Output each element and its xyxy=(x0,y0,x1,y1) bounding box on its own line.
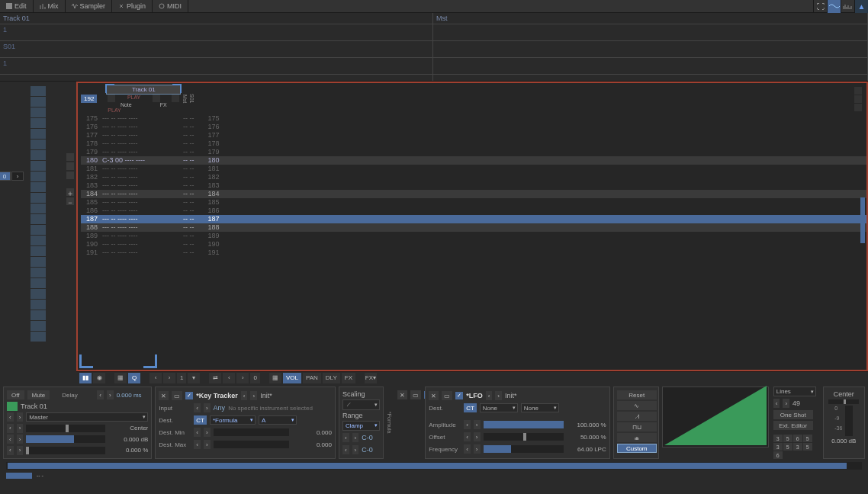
kt-preset[interactable]: Init* xyxy=(260,392,272,399)
lfo-min-icon[interactable]: ▭ xyxy=(442,391,452,400)
kt-dmin-prev[interactable]: ‹ xyxy=(194,428,201,437)
lfo-off-next[interactable]: › xyxy=(474,432,481,441)
lfo-preset[interactable]: Init* xyxy=(505,392,517,399)
width-slider[interactable] xyxy=(26,447,105,454)
plugin-tab[interactable]: Plugin xyxy=(112,0,153,13)
pan-slider[interactable] xyxy=(26,425,105,432)
val-value[interactable]: 0 xyxy=(250,373,259,383)
reset-button[interactable]: Reset xyxy=(617,390,657,399)
play-mode-icon[interactable]: ▮▮ xyxy=(79,373,92,383)
piano-key[interactable] xyxy=(31,204,46,213)
piano-key[interactable] xyxy=(31,268,46,277)
piano-key[interactable] xyxy=(31,321,46,331)
meter-pan-slider[interactable] xyxy=(828,399,859,404)
range-hi-next[interactable]: › xyxy=(352,445,359,454)
track-header-main[interactable]: Track 01 xyxy=(0,13,432,24)
pattern-editor[interactable]: 192 Track 01 PLAY NoteFX PLAY Mst S01 17… xyxy=(76,82,868,371)
keys-ctrl-2[interactable] xyxy=(66,162,74,170)
piano-key[interactable] xyxy=(31,289,46,299)
piano-key[interactable] xyxy=(31,150,46,160)
piano-key[interactable] xyxy=(31,257,46,267)
pattern-row[interactable]: 186--- -- ---- ------ --186 xyxy=(81,207,866,215)
step-next-icon[interactable]: › xyxy=(163,373,175,383)
lfo-preset-next[interactable]: › xyxy=(495,391,502,400)
range-lo[interactable]: C-0 xyxy=(362,434,373,441)
pattern-row[interactable]: 177--- -- ---- ------ --177 xyxy=(81,131,866,140)
piano-key[interactable] xyxy=(31,236,46,245)
kt-ct-btn[interactable]: CT xyxy=(194,415,207,425)
pattern-row[interactable]: 178--- -- ---- ------ --178 xyxy=(81,140,866,148)
kt-dmin-next[interactable]: › xyxy=(204,428,211,437)
width-prev[interactable]: ‹ xyxy=(7,446,14,455)
wave-saw-icon[interactable]: ⩘ xyxy=(617,412,657,421)
formula-close-icon[interactable]: ✕ xyxy=(397,390,407,399)
fx-menu-icon[interactable]: FX▾ xyxy=(365,373,377,383)
piano-key[interactable] xyxy=(31,86,46,96)
lfo-grid-btn[interactable]: 5 xyxy=(783,435,792,442)
custom-button[interactable]: Custom xyxy=(617,444,657,453)
keys-remove-icon[interactable]: － xyxy=(66,197,74,205)
pattern-row[interactable]: 176--- -- ---- ------ --176 xyxy=(81,123,866,131)
pattern-opt-1[interactable] xyxy=(854,87,862,95)
end-next[interactable]: › xyxy=(783,399,789,408)
spectrum-view-icon[interactable] xyxy=(841,0,854,13)
piano-key[interactable] xyxy=(31,182,46,192)
lfo-freq-next[interactable]: › xyxy=(474,444,481,454)
lines-drop[interactable]: Lines xyxy=(773,387,816,396)
octave-step-up[interactable]: › xyxy=(11,172,24,181)
bpm-display[interactable]: 192 xyxy=(81,95,97,103)
edit-tab[interactable]: Edit xyxy=(0,0,34,13)
kt-preset-next[interactable]: › xyxy=(250,391,257,400)
oneshot-button[interactable]: One Shot xyxy=(773,410,813,419)
track-solo-icon[interactable] xyxy=(153,95,160,102)
kt-input-any[interactable]: Any xyxy=(214,404,226,412)
pattern-row[interactable]: 185--- -- ---- ------ --185 xyxy=(81,198,866,207)
grid-icon[interactable]: ▦ xyxy=(114,373,127,383)
pattern-row[interactable]: 191--- -- ---- ------ --191 xyxy=(81,249,866,257)
kt-dmax-next[interactable]: › xyxy=(204,440,211,449)
kt-formula-drop[interactable]: *Formula xyxy=(210,415,256,425)
kt-dmin-slider[interactable] xyxy=(214,428,289,436)
piano-key[interactable] xyxy=(31,129,46,139)
lfo-enable-check[interactable]: ✓ xyxy=(455,392,463,399)
gain-prev[interactable]: ‹ xyxy=(7,435,14,444)
lfo-grid-btn[interactable]: 5 xyxy=(803,435,812,442)
piano-key[interactable] xyxy=(31,300,46,310)
piano-key[interactable] xyxy=(31,278,46,288)
loop-icon[interactable]: Q xyxy=(128,373,140,383)
kt-close-icon[interactable]: ✕ xyxy=(159,391,169,400)
dsp-chain-tab[interactable] xyxy=(6,473,32,479)
off-button[interactable]: Off xyxy=(7,390,24,399)
lfo-grid-btn[interactable]: 6 xyxy=(793,435,802,442)
kt-input-prev[interactable]: ‹ xyxy=(194,403,201,412)
lfo-dest-drop[interactable]: None xyxy=(480,403,518,412)
record-mode-icon[interactable]: ◉ xyxy=(93,373,105,383)
gain-next[interactable]: › xyxy=(17,435,24,444)
scope-view-icon[interactable] xyxy=(827,0,841,13)
lfo-close-icon[interactable]: ✕ xyxy=(429,391,439,400)
pattern-row[interactable]: 175--- -- ---- ------ --175 xyxy=(81,114,866,123)
lfo-param-drop[interactable]: None xyxy=(521,403,559,412)
keys-ctrl-1[interactable] xyxy=(66,153,74,161)
pattern-row[interactable]: 188--- -- ---- ------ --188 xyxy=(81,223,866,232)
keys-add-icon[interactable]: ＋ xyxy=(66,188,74,196)
delay-prev[interactable]: ‹ xyxy=(97,390,104,399)
pattern-track-title[interactable]: Track 01 xyxy=(106,85,181,95)
kt-a-drop[interactable]: A xyxy=(259,415,297,425)
piano-key[interactable] xyxy=(31,310,46,320)
pattern-row[interactable]: 189--- -- ---- ------ --189 xyxy=(81,232,866,240)
delay-next[interactable]: › xyxy=(107,390,114,399)
ext-editor-button[interactable]: Ext. Editor xyxy=(773,421,813,430)
wave-square-icon[interactable]: ⊓⊔ xyxy=(617,422,657,431)
lfo-amp-prev[interactable]: ‹ xyxy=(464,420,471,429)
step-prev-icon[interactable]: ‹ xyxy=(149,373,162,383)
end-prev[interactable]: ‹ xyxy=(773,399,780,408)
keys-ctrl-3[interactable] xyxy=(66,172,74,179)
piano-key[interactable] xyxy=(31,172,46,181)
lfo-amp-next[interactable]: › xyxy=(474,420,481,429)
range-lo-prev[interactable]: ‹ xyxy=(342,433,349,442)
pattern-row[interactable]: 183--- -- ---- ------ --183 xyxy=(81,181,866,190)
midi-tab[interactable]: MIDI xyxy=(153,0,188,13)
expand-icon[interactable]: ⛶ xyxy=(813,0,827,13)
piano-key[interactable] xyxy=(31,193,46,203)
